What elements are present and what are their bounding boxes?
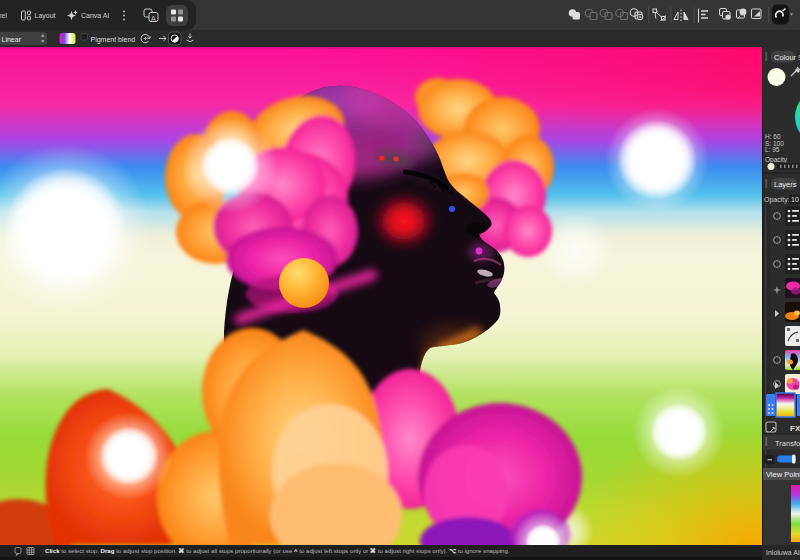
svg-text:Linear: Linear: [2, 36, 22, 43]
svg-text:Opacity: Opacity: [765, 156, 788, 164]
svg-text:Layout: Layout: [35, 12, 56, 20]
svg-text:L: 95: L: 95: [765, 146, 780, 153]
svg-text:Colour: Colour: [774, 53, 797, 62]
svg-text:Canva AI: Canva AI: [81, 12, 109, 19]
svg-text:FX: FX: [790, 424, 800, 433]
svg-text:xel: xel: [0, 12, 7, 19]
svg-text:Opacity:: Opacity:: [764, 196, 790, 204]
svg-text:H: 60: H: 60: [765, 133, 781, 140]
svg-text:Transform: Transform: [775, 439, 800, 448]
svg-text:A: A: [151, 15, 156, 22]
svg-text:Pigment blend: Pigment blend: [91, 36, 136, 44]
svg-text:View Point 1: View Point 1: [766, 470, 800, 479]
svg-text:Layers: Layers: [774, 180, 797, 189]
svg-text:10: 10: [791, 196, 799, 203]
